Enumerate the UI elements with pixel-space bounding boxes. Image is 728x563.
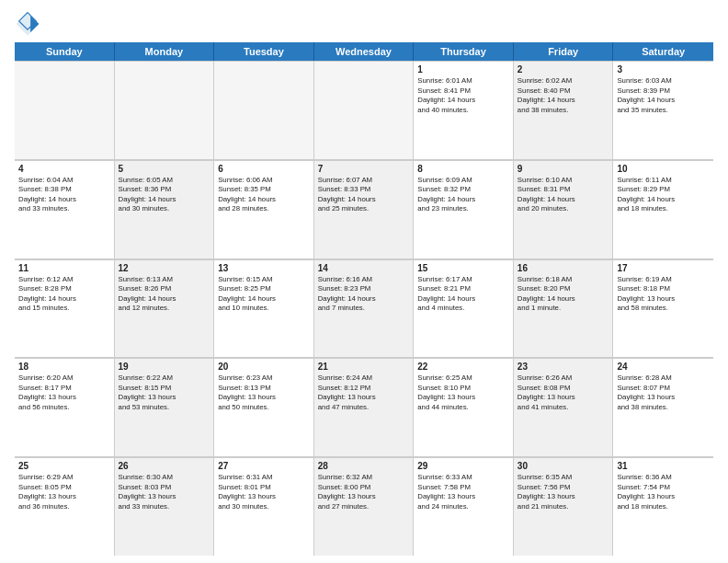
calendar-row-4: 25Sunrise: 6:29 AM Sunset: 8:05 PM Dayli…: [15, 457, 713, 556]
cell-info: Sunrise: 6:18 AM Sunset: 8:20 PM Dayligh…: [518, 275, 609, 314]
calendar-cell-r3c2: 20Sunrise: 6:23 AM Sunset: 8:13 PM Dayli…: [214, 359, 314, 456]
cell-info: Sunrise: 6:12 AM Sunset: 8:28 PM Dayligh…: [18, 275, 110, 314]
calendar-cell-r0c1: [115, 62, 215, 159]
cell-info: Sunrise: 6:07 AM Sunset: 8:33 PM Dayligh…: [318, 176, 410, 214]
day-number: 10: [617, 164, 710, 174]
day-number: 23: [518, 362, 609, 372]
calendar-cell-r3c6: 24Sunrise: 6:28 AM Sunset: 8:07 PM Dayli…: [613, 359, 713, 456]
calendar-row-2: 11Sunrise: 6:12 AM Sunset: 8:28 PM Dayli…: [15, 259, 713, 359]
calendar-row-1: 4Sunrise: 6:04 AM Sunset: 8:38 PM Daylig…: [15, 160, 713, 259]
cell-info: Sunrise: 6:31 AM Sunset: 8:01 PM Dayligh…: [218, 473, 310, 511]
day-number: 7: [318, 164, 410, 174]
cell-info: Sunrise: 6:33 AM Sunset: 7:58 PM Dayligh…: [417, 473, 509, 511]
cell-info: Sunrise: 6:29 AM Sunset: 8:05 PM Dayligh…: [18, 473, 110, 511]
day-number: 1: [417, 64, 509, 75]
calendar-cell-r1c0: 4Sunrise: 6:04 AM Sunset: 8:38 PM Daylig…: [15, 161, 115, 259]
cell-info: Sunrise: 6:19 AM Sunset: 8:18 PM Dayligh…: [617, 275, 710, 314]
cell-info: Sunrise: 6:36 AM Sunset: 7:54 PM Dayligh…: [617, 473, 710, 511]
day-number: 28: [318, 461, 410, 471]
day-number: 6: [218, 164, 310, 174]
cell-info: Sunrise: 6:11 AM Sunset: 8:29 PM Dayligh…: [617, 176, 710, 214]
day-number: 17: [617, 263, 710, 273]
calendar-cell-r0c0: [15, 62, 115, 159]
day-number: 14: [318, 263, 410, 273]
cell-info: Sunrise: 6:04 AM Sunset: 8:38 PM Dayligh…: [18, 176, 110, 214]
calendar-cell-r2c2: 13Sunrise: 6:15 AM Sunset: 8:25 PM Dayli…: [214, 260, 314, 358]
calendar-cell-r0c5: 2Sunrise: 6:02 AM Sunset: 8:40 PM Daylig…: [514, 62, 614, 159]
calendar-cell-r1c3: 7Sunrise: 6:07 AM Sunset: 8:33 PM Daylig…: [314, 161, 415, 259]
page: SundayMondayTuesdayWednesdayThursdayFrid…: [0, 0, 728, 563]
cell-info: Sunrise: 6:20 AM Sunset: 8:17 PM Dayligh…: [18, 373, 110, 412]
cell-info: Sunrise: 6:26 AM Sunset: 8:08 PM Dayligh…: [518, 373, 609, 412]
day-number: 21: [318, 362, 410, 372]
calendar-cell-r0c4: 1Sunrise: 6:01 AM Sunset: 8:41 PM Daylig…: [414, 62, 514, 159]
cell-info: Sunrise: 6:05 AM Sunset: 8:36 PM Dayligh…: [119, 176, 210, 214]
calendar-cell-r4c5: 30Sunrise: 6:35 AM Sunset: 7:56 PM Dayli…: [514, 458, 614, 556]
cell-info: Sunrise: 6:13 AM Sunset: 8:26 PM Dayligh…: [119, 275, 210, 314]
calendar-cell-r3c1: 19Sunrise: 6:22 AM Sunset: 8:15 PM Dayli…: [115, 359, 215, 456]
calendar-cell-r3c5: 23Sunrise: 6:26 AM Sunset: 8:08 PM Dayli…: [514, 359, 614, 456]
cell-info: Sunrise: 6:02 AM Sunset: 8:40 PM Dayligh…: [518, 76, 609, 115]
cell-info: Sunrise: 6:35 AM Sunset: 7:56 PM Dayligh…: [518, 473, 609, 511]
day-number: 2: [518, 64, 609, 75]
cell-info: Sunrise: 6:32 AM Sunset: 8:00 PM Dayligh…: [318, 473, 410, 511]
calendar-cell-r2c5: 16Sunrise: 6:18 AM Sunset: 8:20 PM Dayli…: [514, 260, 614, 358]
calendar-cell-r1c4: 8Sunrise: 6:09 AM Sunset: 8:32 PM Daylig…: [414, 161, 514, 259]
cell-info: Sunrise: 6:16 AM Sunset: 8:23 PM Dayligh…: [318, 275, 410, 314]
calendar-cell-r4c6: 31Sunrise: 6:36 AM Sunset: 7:54 PM Dayli…: [613, 458, 713, 556]
calendar-cell-r1c2: 6Sunrise: 6:06 AM Sunset: 8:35 PM Daylig…: [214, 161, 314, 259]
weekday-header-thursday: Thursday: [414, 42, 514, 61]
calendar-cell-r2c6: 17Sunrise: 6:19 AM Sunset: 8:18 PM Dayli…: [613, 260, 713, 358]
day-number: 13: [218, 263, 310, 273]
calendar-cell-r1c6: 10Sunrise: 6:11 AM Sunset: 8:29 PM Dayli…: [613, 161, 713, 259]
calendar: SundayMondayTuesdayWednesdayThursdayFrid…: [15, 42, 713, 556]
calendar-row-3: 18Sunrise: 6:20 AM Sunset: 8:17 PM Dayli…: [15, 358, 713, 457]
cell-info: Sunrise: 6:06 AM Sunset: 8:35 PM Dayligh…: [218, 176, 310, 214]
day-number: 5: [119, 164, 210, 174]
cell-info: Sunrise: 6:23 AM Sunset: 8:13 PM Dayligh…: [218, 373, 310, 412]
calendar-cell-r4c3: 28Sunrise: 6:32 AM Sunset: 8:00 PM Dayli…: [314, 458, 415, 556]
calendar-cell-r0c6: 3Sunrise: 6:03 AM Sunset: 8:39 PM Daylig…: [613, 62, 713, 159]
day-number: 16: [518, 263, 609, 273]
calendar-cell-r3c0: 18Sunrise: 6:20 AM Sunset: 8:17 PM Dayli…: [15, 359, 115, 456]
day-number: 8: [417, 164, 509, 174]
day-number: 11: [18, 263, 110, 273]
cell-info: Sunrise: 6:28 AM Sunset: 8:07 PM Dayligh…: [617, 373, 710, 412]
calendar-row-0: 1Sunrise: 6:01 AM Sunset: 8:41 PM Daylig…: [15, 61, 713, 160]
day-number: 19: [119, 362, 210, 372]
day-number: 26: [119, 461, 210, 471]
day-number: 27: [218, 461, 310, 471]
svg-marker-1: [30, 16, 39, 33]
cell-info: Sunrise: 6:17 AM Sunset: 8:21 PM Dayligh…: [417, 275, 509, 314]
header: [15, 11, 713, 37]
calendar-cell-r4c4: 29Sunrise: 6:33 AM Sunset: 7:58 PM Dayli…: [414, 458, 514, 556]
calendar-cell-r0c2: [214, 62, 314, 159]
calendar-cell-r4c0: 25Sunrise: 6:29 AM Sunset: 8:05 PM Dayli…: [15, 458, 115, 556]
day-number: 25: [18, 461, 110, 471]
calendar-cell-r2c3: 14Sunrise: 6:16 AM Sunset: 8:23 PM Dayli…: [314, 260, 415, 358]
day-number: 29: [417, 461, 509, 471]
logo-icon: [15, 11, 40, 37]
cell-info: Sunrise: 6:01 AM Sunset: 8:41 PM Dayligh…: [417, 76, 509, 115]
calendar-cell-r2c4: 15Sunrise: 6:17 AM Sunset: 8:21 PM Dayli…: [414, 260, 514, 358]
day-number: 9: [518, 164, 609, 174]
day-number: 4: [18, 164, 110, 174]
day-number: 18: [18, 362, 110, 372]
day-number: 31: [617, 461, 710, 471]
calendar-header: SundayMondayTuesdayWednesdayThursdayFrid…: [15, 42, 713, 61]
cell-info: Sunrise: 6:24 AM Sunset: 8:12 PM Dayligh…: [318, 373, 410, 412]
day-number: 30: [518, 461, 609, 471]
calendar-cell-r4c2: 27Sunrise: 6:31 AM Sunset: 8:01 PM Dayli…: [214, 458, 314, 556]
weekday-header-monday: Monday: [115, 42, 215, 61]
cell-info: Sunrise: 6:03 AM Sunset: 8:39 PM Dayligh…: [617, 76, 710, 115]
calendar-body: 1Sunrise: 6:01 AM Sunset: 8:41 PM Daylig…: [15, 61, 713, 556]
day-number: 15: [417, 263, 509, 273]
weekday-header-tuesday: Tuesday: [214, 42, 314, 61]
calendar-cell-r1c1: 5Sunrise: 6:05 AM Sunset: 8:36 PM Daylig…: [115, 161, 215, 259]
day-number: 12: [119, 263, 210, 273]
day-number: 24: [617, 362, 710, 372]
day-number: 22: [417, 362, 509, 372]
calendar-cell-r0c3: [314, 62, 415, 159]
calendar-cell-r1c5: 9Sunrise: 6:10 AM Sunset: 8:31 PM Daylig…: [514, 161, 614, 259]
cell-info: Sunrise: 6:25 AM Sunset: 8:10 PM Dayligh…: [417, 373, 509, 412]
